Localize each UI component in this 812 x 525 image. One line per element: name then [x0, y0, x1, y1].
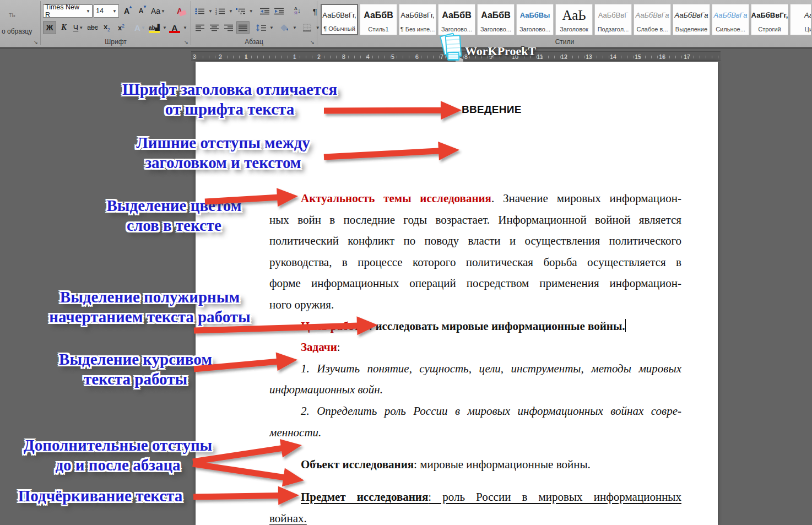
chevron-down-icon[interactable]: ▼: [86, 9, 90, 14]
format-painter-label-clipped[interactable]: о образцу: [2, 28, 32, 35]
multilevel-list-icon: [236, 8, 246, 15]
font-color-button[interactable]: А: [168, 21, 181, 34]
shrink-font-button[interactable]: А▼: [134, 4, 148, 18]
chevron-down-icon[interactable]: ▼: [249, 9, 253, 14]
bullets-button[interactable]: [193, 4, 207, 18]
ruler-number: 5: [391, 53, 394, 60]
ruler-number: 1: [293, 53, 296, 60]
align-right-icon: [224, 24, 234, 31]
chevron-down-icon[interactable]: ▼: [163, 25, 167, 30]
shading-button[interactable]: [278, 21, 291, 34]
style-tile-1[interactable]: АаБбВвГг,¶ Обычный: [321, 4, 358, 35]
clipboard-dialog-launcher-icon[interactable]: ↘: [34, 40, 38, 45]
change-case-button[interactable]: Aa▼: [149, 4, 167, 18]
documents-stack-icon: [441, 33, 464, 63]
ruler-number: 14: [610, 53, 616, 60]
chevron-down-icon[interactable]: ▼: [208, 9, 213, 14]
sort-button[interactable]: АЯ ↓: [291, 4, 304, 18]
grow-font-button[interactable]: А▲: [120, 4, 133, 18]
annotation-line: заголовком и текстом: [136, 153, 310, 172]
style-tile-7[interactable]: АаЬЗаголовок: [555, 4, 593, 35]
document-line[interactable]: Объект исследования: мировые информацион…: [269, 454, 681, 475]
font-size-combo[interactable]: 14▼: [94, 4, 119, 18]
decrease-indent-button[interactable]: [258, 4, 272, 18]
style-tile-9[interactable]: АаБбВвГаСлабое в...: [634, 4, 671, 35]
strikethrough-button[interactable]: abc: [86, 21, 99, 34]
chevron-down-icon[interactable]: ▼: [79, 25, 83, 30]
document-line[interactable]: форме информационных операций посредство…: [269, 273, 681, 294]
style-tile-13[interactable]: АаЦи: [790, 4, 811, 35]
numbering-button[interactable]: 123: [214, 4, 227, 18]
font-dialog-launcher-icon[interactable]: ↘: [184, 40, 188, 45]
document-page[interactable]: ВВЕДЕНИЕ Актуальность темы исследования.…: [196, 62, 718, 525]
chevron-down-icon[interactable]: ▼: [293, 25, 297, 30]
style-label: Выделение: [675, 26, 707, 35]
chevron-down-icon[interactable]: ▼: [269, 25, 274, 30]
style-label: ¶ Без инте...: [400, 26, 435, 35]
annotation-line: начертанием текста работы: [49, 307, 251, 327]
document-line[interactable]: 2. Определить роль России в мировых инфо…: [269, 400, 681, 422]
font-color-swatch: [169, 31, 180, 33]
style-sample: АаБбВвГг,: [751, 4, 788, 26]
ruler-number: 12: [561, 53, 567, 60]
style-sample: АаЬ: [556, 4, 592, 26]
align-center-button[interactable]: [208, 21, 221, 34]
style-tile-6[interactable]: АаБбВыЗаголово...: [516, 4, 554, 35]
annotation-line: Подчёркивание текста: [18, 486, 182, 506]
style-tile-10[interactable]: АаБбВвГаВыделение: [673, 4, 710, 35]
chevron-down-icon: ▼: [161, 9, 165, 14]
justify-button[interactable]: [236, 21, 250, 34]
document-line[interactable]: ного оружия.: [269, 294, 681, 316]
document-line[interactable]: Цель работы: исследовать мировые информа…: [269, 316, 681, 337]
document-line[interactable]: 1. Изучить понятие, сущность, цели, инст…: [269, 358, 681, 380]
style-tile-5[interactable]: АаБбВЗаголово...: [477, 4, 515, 35]
style-label: Подзагол...: [598, 26, 629, 35]
document-line[interactable]: руководства, в процессе которого политич…: [269, 252, 681, 273]
style-tile-3[interactable]: АаБбВвГг,¶ Без инте...: [399, 4, 436, 35]
subscript-button[interactable]: х2: [100, 21, 113, 34]
italic-button[interactable]: К: [57, 21, 71, 34]
highlight-color-button[interactable]: ab▟: [148, 21, 161, 34]
align-left-button[interactable]: [193, 21, 207, 34]
document-line[interactable]: менности.: [269, 422, 681, 443]
borders-button[interactable]: [301, 21, 314, 34]
style-tile-4[interactable]: АаБбВЗаголово...: [438, 4, 475, 35]
font-name-combo[interactable]: Times New R▼: [43, 4, 93, 18]
document-heading[interactable]: ВВЕДЕНИЕ: [462, 104, 681, 118]
underline-button[interactable]: Ч▼: [72, 21, 85, 34]
chevron-down-icon[interactable]: ▼: [112, 9, 117, 14]
annotation-7: Подчёркивание текста: [18, 486, 182, 506]
document-text-area[interactable]: ВВЕДЕНИЕ Актуальность темы исследования.…: [269, 62, 681, 525]
ruler-number: 4: [366, 53, 370, 60]
annotation-line: Дополнительные отступы: [24, 435, 212, 455]
document-line[interactable]: Задачи:: [269, 337, 681, 358]
line-spacing-button[interactable]: [255, 21, 268, 34]
ruler-number: 2: [317, 53, 321, 60]
document-line[interactable]: Актуальность темы исследования. Значение…: [269, 188, 681, 209]
style-tile-12[interactable]: АаБбВвГг,Строгий: [751, 4, 788, 35]
document-line[interactable]: информационных войн.: [269, 379, 681, 400]
clear-formatting-button[interactable]: А: [173, 4, 186, 18]
bold-button[interactable]: Ж: [43, 21, 56, 34]
increase-indent-button[interactable]: [273, 4, 286, 18]
document-line[interactable]: войнах.: [269, 508, 681, 525]
style-sample: АаБбВвГа: [634, 4, 670, 26]
superscript-button[interactable]: х2: [115, 21, 128, 34]
document-line[interactable]: политический конфликт по поводу власти и…: [269, 230, 681, 252]
text-effects-button[interactable]: А▼: [133, 21, 147, 34]
paragraph-dialog-launcher-icon[interactable]: ↘: [310, 40, 315, 45]
ruler-number: 2: [219, 53, 222, 60]
document-line[interactable]: ных войн в последние годы возрастает. Ин…: [269, 209, 681, 231]
document-body[interactable]: Актуальность темы исследования. Значение…: [269, 188, 681, 525]
align-right-button[interactable]: [222, 21, 235, 34]
ruler-number: 6: [415, 53, 419, 60]
chevron-down-icon[interactable]: ▼: [183, 25, 187, 30]
watermark-logo: WorKProekT: [441, 33, 536, 63]
style-tile-11[interactable]: АаБбВвГаСильное...: [712, 4, 749, 35]
style-tile-2[interactable]: АаБбВСтиль1: [360, 4, 397, 35]
style-tile-8[interactable]: АаБбВвГПодзагол...: [594, 4, 632, 35]
decrease-indent-icon: [260, 8, 270, 15]
chevron-down-icon[interactable]: ▼: [229, 9, 233, 14]
document-line[interactable]: Предмет исследования: роль России в миро…: [269, 486, 681, 508]
multilevel-list-button[interactable]: [234, 4, 247, 18]
